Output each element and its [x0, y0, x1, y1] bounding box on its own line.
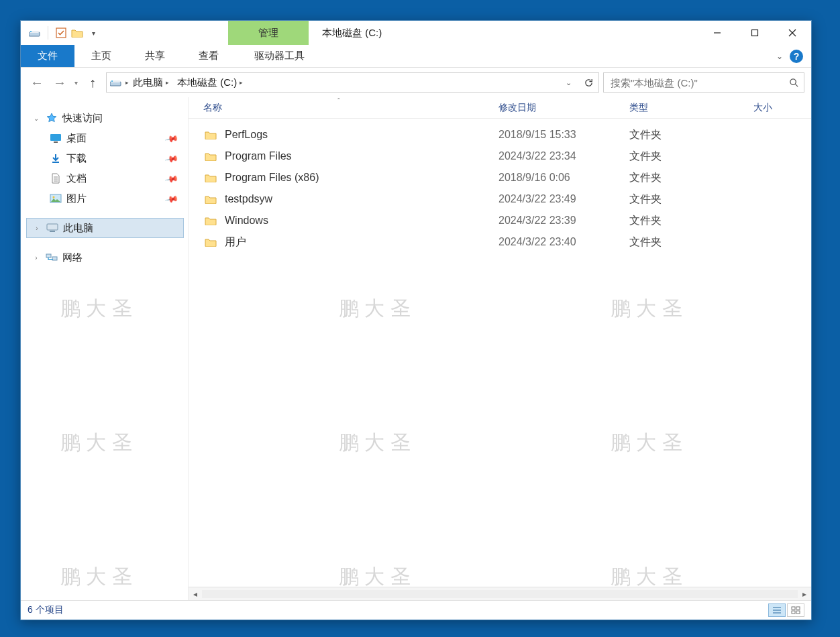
file-date: 2024/3/22 23:49 [498, 193, 629, 205]
column-date[interactable]: 修改日期 [498, 102, 629, 114]
svg-rect-24 [52, 257, 57, 260]
search-icon[interactable] [784, 73, 804, 92]
ribbon-tab-file[interactable]: 文件 [21, 45, 74, 67]
search-box[interactable] [603, 72, 804, 93]
chevron-right-icon[interactable]: › [32, 254, 41, 262]
tree-desktop[interactable]: 桌面 📌 [26, 128, 184, 148]
svg-point-20 [53, 196, 55, 198]
breadcrumb-this-pc[interactable]: 此电脑▸ [129, 73, 173, 92]
folder-icon [203, 170, 218, 185]
scroll-right-icon[interactable]: ▸ [798, 589, 811, 599]
tree-label: 图片 [66, 192, 87, 205]
tree-network[interactable]: › 网络 [26, 247, 184, 268]
folder-icon [203, 127, 218, 142]
file-name: Program Files [225, 150, 498, 162]
column-headers: ˆ 名称 修改日期 类型 大小 [189, 97, 811, 119]
svg-point-2 [30, 31, 32, 32]
svg-rect-13 [50, 134, 61, 141]
svg-point-11 [790, 78, 795, 84]
svg-rect-14 [54, 141, 58, 143]
svg-rect-22 [50, 231, 55, 232]
ribbon-tab-view[interactable]: 查看 [182, 45, 235, 67]
file-type: 文件夹 [629, 192, 753, 207]
file-row[interactable]: PerfLogs2018/9/15 15:33文件夹 [189, 124, 811, 146]
tree-label: 快速访问 [62, 112, 103, 125]
sort-ascending-icon: ˆ [337, 97, 340, 105]
svg-rect-5 [752, 30, 758, 36]
tree-documents[interactable]: 文档 📌 [26, 168, 184, 188]
tree-pictures[interactable]: 图片 📌 [26, 188, 184, 209]
tree-downloads[interactable]: 下载 📌 [26, 148, 184, 168]
file-type: 文件夹 [629, 214, 753, 228]
status-item-count: 6 个项目 [28, 604, 64, 616]
file-type: 文件夹 [629, 128, 753, 142]
ribbon-tab-drive-tools[interactable]: 驱动器工具 [235, 45, 323, 67]
file-list: PerfLogs2018/9/15 15:33文件夹Program Files2… [189, 119, 811, 587]
manage-contextual-tab[interactable]: 管理 [228, 21, 309, 45]
close-button[interactable] [774, 21, 811, 45]
svg-point-10 [111, 80, 113, 82]
tree-label: 下载 [66, 152, 87, 165]
help-icon[interactable]: ? [790, 50, 803, 63]
horizontal-scrollbar[interactable]: ◂ ▸ [189, 587, 811, 600]
svg-rect-29 [796, 607, 800, 610]
svg-rect-28 [792, 607, 795, 610]
file-name: Windows [225, 215, 498, 227]
file-name: PerfLogs [225, 129, 498, 141]
ribbon-collapse-icon[interactable]: ⌄ [776, 52, 783, 61]
forward-button[interactable]: → [50, 73, 69, 92]
breadcrumb-drive-c[interactable]: 本地磁盘 (C:)▸ [173, 73, 247, 92]
file-row[interactable]: 用户2024/3/22 23:40文件夹 [189, 231, 811, 253]
svg-rect-21 [47, 224, 58, 230]
maximize-button[interactable] [736, 21, 774, 45]
chevron-down-icon[interactable]: ⌄ [32, 115, 41, 122]
folder-icon [203, 149, 218, 164]
column-name[interactable]: ˆ 名称 [203, 102, 498, 114]
tree-this-pc[interactable]: › 此电脑 [26, 218, 184, 238]
file-row[interactable]: Windows2024/3/22 23:39文件夹 [189, 210, 811, 231]
address-dropdown-icon[interactable]: ⌄ [558, 73, 578, 92]
folder-icon [203, 235, 218, 249]
address-bar[interactable]: ▸ 此电脑▸ 本地磁盘 (C:)▸ ⌄ [106, 72, 599, 93]
new-folder-icon[interactable] [70, 25, 85, 40]
status-bar: 6 个项目 [21, 600, 811, 620]
minimize-button[interactable] [698, 21, 736, 45]
tree-label: 此电脑 [63, 222, 93, 235]
folder-icon [203, 213, 218, 228]
tree-quick-access[interactable]: ⌄ 快速访问 [26, 108, 184, 128]
view-thumbnails-button[interactable] [787, 603, 804, 617]
back-button[interactable]: ← [28, 73, 46, 92]
pin-icon: 📌 [164, 131, 179, 145]
svg-rect-23 [46, 254, 51, 257]
drive-icon [107, 78, 125, 87]
pin-icon: 📌 [164, 151, 179, 165]
file-row[interactable]: Program Files (x86)2018/9/16 0:06文件夹 [189, 167, 811, 188]
file-type: 文件夹 [629, 150, 753, 164]
network-icon [45, 252, 58, 263]
scroll-left-icon[interactable]: ◂ [189, 589, 202, 599]
file-row[interactable]: Program Files2024/3/22 23:34文件夹 [189, 146, 811, 167]
ribbon-tab-share[interactable]: 共享 [128, 45, 182, 67]
file-row[interactable]: testpdsyw2024/3/22 23:49文件夹 [189, 188, 811, 210]
document-icon [49, 173, 62, 184]
search-input[interactable] [604, 77, 784, 89]
properties-icon[interactable] [54, 25, 68, 40]
download-icon [49, 153, 62, 164]
svg-line-12 [795, 84, 798, 86]
qat-dropdown-icon[interactable]: ▾ [86, 25, 101, 40]
chevron-right-icon[interactable]: › [32, 225, 42, 232]
star-icon [45, 113, 58, 123]
navigation-pane: ⌄ 快速访问 桌面 📌 下载 📌 文档 📌 图片 [21, 97, 189, 600]
column-type[interactable]: 类型 [629, 102, 753, 114]
tree-label: 桌面 [66, 132, 87, 145]
window-title: 本地磁盘 (C:) [309, 21, 698, 45]
ribbon-tab-home[interactable]: 主页 [74, 45, 128, 67]
file-name: testpdsyw [225, 193, 498, 205]
view-details-button[interactable] [768, 603, 786, 617]
history-dropdown-icon[interactable]: ▾ [74, 79, 78, 86]
column-size[interactable]: 大小 [753, 102, 811, 114]
up-button[interactable]: ↑ [83, 73, 102, 92]
tree-label: 文档 [66, 172, 87, 185]
scroll-track[interactable] [202, 590, 798, 598]
refresh-button[interactable] [578, 73, 598, 92]
